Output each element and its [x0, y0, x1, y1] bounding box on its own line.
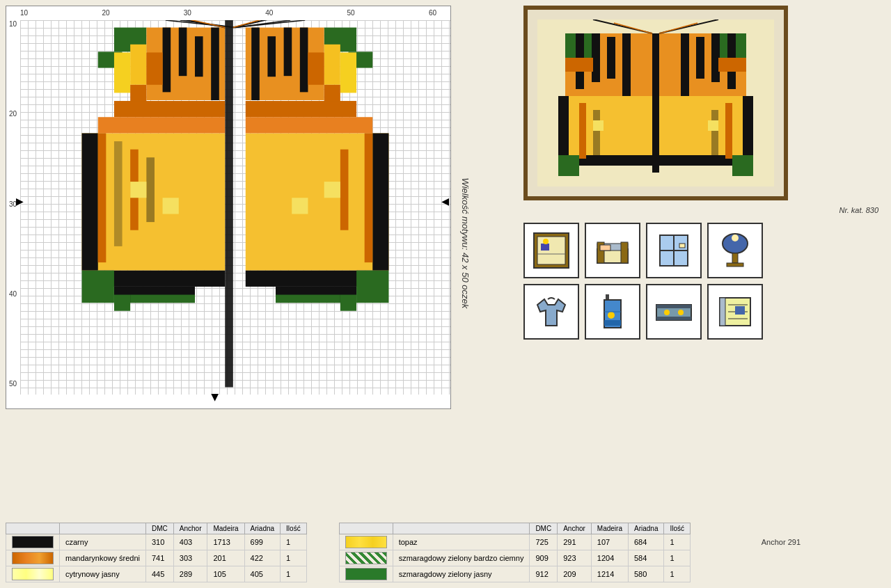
cross-stitch-grid: 10 20 30 40 50 60 10 20 30 40 50 [6, 6, 451, 409]
svg-rect-79 [579, 103, 586, 159]
finished-work-image [523, 6, 788, 200]
svg-rect-29 [114, 101, 225, 117]
ilosc-orange: 1 [281, 550, 307, 566]
col-ilosc-r: Ilość [664, 523, 691, 534]
ariadna-green-dark: 584 [629, 550, 664, 566]
svg-rect-21 [300, 28, 308, 93]
legend-row-black: czarny 310 403 1713 699 1 [6, 534, 307, 550]
svg-rect-45 [340, 295, 356, 311]
svg-rect-117 [656, 305, 691, 308]
svg-rect-84 [732, 155, 753, 176]
svg-rect-14 [146, 52, 162, 84]
svg-rect-40 [246, 117, 372, 133]
swatch-green-light [345, 568, 387, 580]
swatch-orange [12, 552, 54, 564]
svg-rect-53 [324, 182, 340, 198]
ilosc-yellow: 1 [281, 566, 307, 582]
col-anchor: Anchor [173, 523, 207, 534]
svg-rect-41 [246, 101, 356, 117]
svg-rect-78 [558, 155, 579, 176]
anchor-green-dark: 923 [558, 550, 592, 566]
svg-rect-36 [114, 141, 123, 246]
legend-table-left: DMC Anchor Madeira Ariadna Ilość czarny … [6, 523, 307, 582]
arrow-left: ▶ [16, 196, 24, 207]
product-icon-sweater [523, 284, 579, 340]
grid-lines [20, 20, 450, 395]
svg-rect-35 [98, 133, 107, 262]
x-label-40: 40 [265, 9, 273, 17]
svg-rect-50 [356, 271, 388, 303]
svg-rect-102 [600, 245, 610, 251]
svg-point-114 [608, 312, 615, 319]
svg-rect-42 [372, 133, 388, 270]
svg-rect-30 [82, 133, 98, 270]
svg-rect-87 [593, 120, 604, 131]
finished-butterfly-svg [537, 19, 774, 186]
svg-rect-48 [340, 150, 349, 230]
svg-rect-101 [621, 242, 628, 263]
madeira-green-light: 1214 [591, 566, 628, 582]
swatch-yellow [12, 568, 54, 580]
product-icon-window [646, 223, 702, 278]
anchor-topaz: 291 [558, 534, 592, 550]
col-dmc-r: DMC [530, 523, 558, 534]
size-label: Wielkość motywu: 42 x 50 oczek [460, 178, 471, 309]
ariadna-orange: 422 [244, 550, 280, 566]
svg-line-56 [143, 20, 225, 28]
col-anchor-r: Anchor [558, 523, 592, 534]
svg-rect-49 [82, 271, 114, 303]
svg-rect-22 [284, 28, 292, 77]
right-panel: Nr. kat. 830 [523, 6, 885, 517]
x-label-20: 20 [102, 9, 109, 17]
legend-row-green-dark: szmaragdowy zielony bardzo ciemny 909 92… [339, 550, 690, 566]
svg-rect-51 [130, 182, 146, 198]
color-name-green-light: szmaragdowy zielony jasny [393, 566, 530, 582]
top-section: 10 20 30 40 50 60 10 20 30 40 50 [6, 6, 885, 517]
svg-rect-113 [604, 320, 621, 326]
anchor-green-light: 209 [558, 566, 592, 582]
x-label-30: 30 [184, 9, 191, 17]
svg-rect-13 [211, 28, 219, 100]
svg-rect-65 [607, 37, 615, 79]
color-name-green-dark: szmaragdowy zielony bardzo ciemny [393, 550, 530, 566]
y-label-50: 50 [9, 380, 17, 388]
svg-point-120 [678, 310, 684, 315]
y-label-20: 20 [9, 110, 17, 118]
anchor-yellow: 289 [173, 566, 207, 582]
svg-point-110 [732, 235, 739, 241]
dmc-green-light: 912 [530, 566, 558, 582]
catalog-number: Nr. kat. 830 [523, 206, 885, 214]
svg-point-119 [664, 310, 670, 315]
svg-rect-109 [727, 263, 743, 267]
x-label-10: 10 [20, 9, 28, 17]
col-name-r [393, 523, 530, 534]
svg-rect-108 [732, 253, 738, 263]
color-name-black: czarny [60, 534, 146, 550]
svg-point-96 [543, 239, 549, 244]
svg-rect-23 [267, 36, 276, 77]
ilosc-topaz: 1 [664, 534, 691, 550]
product-icon-towel [585, 284, 640, 340]
product-icon-frame [523, 223, 579, 278]
svg-rect-111 [606, 294, 609, 300]
svg-rect-19 [324, 45, 340, 85]
svg-rect-4 [225, 20, 233, 387]
svg-rect-33 [114, 295, 130, 311]
ariadna-yellow: 405 [244, 566, 280, 582]
y-label-40: 40 [9, 290, 17, 298]
product-icon-runner [646, 284, 702, 340]
svg-rect-28 [98, 117, 225, 133]
svg-rect-60 [652, 33, 659, 173]
svg-rect-25 [308, 52, 324, 84]
madeira-topaz: 107 [591, 534, 628, 550]
ariadna-topaz: 684 [629, 534, 664, 550]
y-label-10: 10 [9, 20, 17, 28]
svg-rect-11 [179, 28, 187, 77]
swatch-black [12, 536, 54, 548]
svg-rect-126 [735, 306, 745, 315]
x-axis: 10 20 30 40 50 60 [20, 9, 450, 17]
legend-row-yellow: cytrynowy jasny 445 289 105 405 1 [6, 566, 307, 582]
x-label-50: 50 [347, 9, 355, 17]
svg-rect-88 [708, 120, 718, 131]
anchor-orange: 303 [173, 550, 207, 566]
